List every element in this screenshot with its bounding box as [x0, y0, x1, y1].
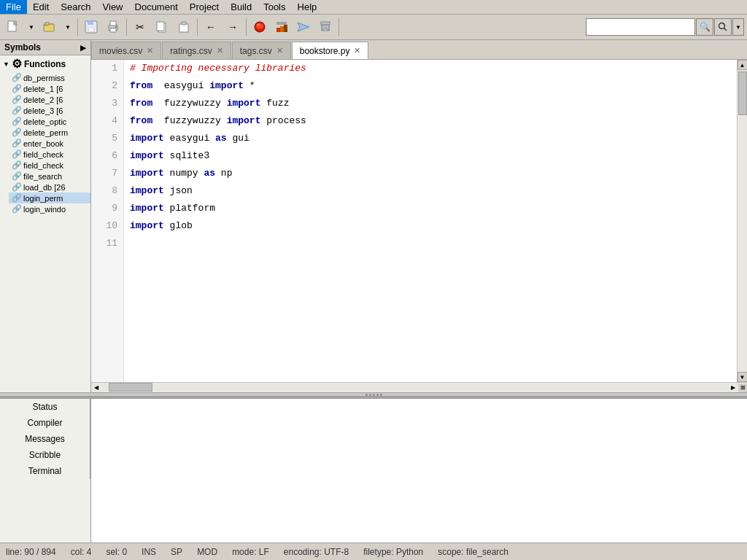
search-dropdown[interactable]: ▼ — [732, 18, 744, 36]
search-execute-button[interactable] — [714, 18, 732, 36]
status-mod: MOD — [197, 547, 217, 557]
menu-help[interactable]: Help — [292, 0, 323, 14]
bottom-sidebar: Status Compiler Messages Scribble Termin… — [0, 399, 91, 542]
clear-search-button[interactable]: 🔍 — [696, 18, 713, 36]
line-num-9: 9 — [91, 200, 123, 217]
drag-dots — [365, 394, 382, 396]
line-num-7: 7 — [91, 165, 123, 182]
close-tab-tags[interactable]: ✕ — [276, 46, 283, 55]
tab-ratings-csv[interactable]: ratings.csv ✕ — [162, 42, 231, 59]
line-num-5: 5 — [91, 130, 123, 147]
svg-line-27 — [724, 28, 727, 31]
run-button[interactable] — [249, 17, 270, 37]
menu-build[interactable]: Build — [225, 0, 258, 14]
vertical-scrollbar[interactable]: ▲ ▼ — [737, 60, 747, 382]
close-tab-bookstore[interactable]: ✕ — [354, 46, 360, 55]
menu-file[interactable]: File — [0, 0, 27, 14]
bottom-tab-scribble[interactable]: Scribble — [0, 447, 90, 463]
code-line-6: import sqlite3 — [130, 147, 737, 165]
save-button[interactable] — [81, 17, 101, 37]
editor-area: movies.csv ✕ ratings.csv ✕ tags.csv ✕ bo… — [91, 40, 747, 392]
tree-item-load_db[interactable]: 🔗 load_db [26 — [9, 182, 90, 192]
new-button[interactable] — [3, 17, 23, 37]
line-numbers: 1 2 3 4 5 6 7 8 9 10 11 — [91, 60, 124, 382]
back-button[interactable]: ← — [201, 17, 221, 37]
bookmark-button[interactable] — [315, 17, 336, 37]
code-content[interactable]: # Importing necessary libraries from eas… — [124, 60, 737, 382]
menu-project[interactable]: Project — [184, 0, 225, 14]
hscroll-track[interactable] — [101, 383, 728, 393]
code-line-4: from fuzzywuzzy import process — [130, 112, 737, 130]
forward-button[interactable]: → — [222, 17, 243, 37]
sidebar-header: Symbols ▶ — [0, 40, 90, 55]
tab-movies-csv[interactable]: movies.csv ✕ — [91, 42, 161, 59]
scroll-up-button[interactable]: ▲ — [738, 60, 748, 70]
tree-item-delete_2[interactable]: 🔗 delete_2 [6 — [9, 94, 90, 105]
code-line-3: from fuzzywuzzy import fuzz — [130, 95, 737, 112]
status-mode: mode: LF — [232, 547, 269, 557]
tree-item-delete_3[interactable]: 🔗 delete_3 [6 — [9, 105, 90, 116]
menu-edit[interactable]: Edit — [27, 0, 55, 14]
tab-tags-csv[interactable]: tags.csv ✕ — [232, 42, 291, 59]
paste-button[interactable] — [174, 17, 194, 37]
sidebar-tree: ▼ ⚙ Functions 🔗 db_permiss 🔗 delete_1 [6… — [0, 55, 90, 392]
menu-search[interactable]: Search — [55, 0, 96, 14]
tree-item-field_check1[interactable]: 🔗 field_check — [9, 149, 90, 160]
bottom-tab-compiler[interactable]: Compiler — [0, 415, 90, 431]
line-num-1: 1 — [91, 60, 123, 77]
tree-root-functions[interactable]: ▼ ⚙ Functions — [0, 55, 90, 72]
menu-tools[interactable]: Tools — [258, 0, 291, 14]
cut-button[interactable]: ✂ — [130, 17, 150, 37]
resize-handle[interactable]: ⊠ — [738, 384, 747, 392]
bottom-tab-terminal[interactable]: Terminal — [0, 463, 90, 479]
new-dropdown[interactable]: ▼ — [25, 17, 38, 37]
menu-document[interactable]: Document — [129, 0, 184, 14]
status-encoding: encoding: UTF-8 — [284, 547, 349, 557]
svg-point-17 — [257, 23, 260, 26]
bottom-tab-messages[interactable]: Messages — [0, 431, 90, 447]
copy-button[interactable] — [152, 17, 172, 37]
tab-bookstore-py[interactable]: bookstore.py ✕ — [292, 42, 369, 59]
line-num-2: 2 — [91, 77, 123, 95]
scroll-down-button[interactable]: ▼ — [738, 372, 748, 382]
bottom-tab-status[interactable]: Status — [0, 399, 90, 415]
separator-2 — [126, 18, 127, 36]
hscroll-thumb[interactable] — [109, 383, 152, 392]
code-editor[interactable]: 1 2 3 4 5 6 7 8 9 10 11 # Importing nece… — [91, 60, 747, 382]
tree-item-login_perm[interactable]: 🔗 login_perm — [9, 192, 90, 203]
scroll-thumb[interactable] — [738, 71, 747, 115]
tree-item-login_windo[interactable]: 🔗 login_windo — [9, 203, 90, 214]
open-dropdown[interactable]: ▼ — [61, 17, 74, 37]
code-line-1: # Importing necessary libraries — [130, 60, 737, 77]
separator-5 — [338, 18, 339, 36]
sidebar: Symbols ▶ ▼ ⚙ Functions 🔗 db_permiss 🔗 d… — [0, 40, 91, 392]
code-line-2: from easygui import * — [130, 77, 737, 95]
status-ins: INS — [142, 547, 156, 557]
tree-item-delete_optic[interactable]: 🔗 delete_optic — [9, 116, 90, 127]
print-button[interactable] — [103, 17, 123, 37]
open-button[interactable] — [39, 17, 60, 37]
tree-item-delete_perm[interactable]: 🔗 delete_perm — [9, 127, 90, 138]
tree-item-db_permiss[interactable]: 🔗 db_permiss — [9, 72, 90, 83]
code-line-10: import glob — [130, 217, 737, 235]
close-tab-ratings[interactable]: ✕ — [217, 46, 223, 55]
sidebar-arrow[interactable]: ▶ — [80, 44, 86, 52]
close-tab-movies[interactable]: ✕ — [147, 46, 153, 55]
code-line-9: import platform — [130, 200, 737, 217]
line-num-11: 11 — [91, 235, 123, 252]
tree-item-file_search[interactable]: 🔗 file_search — [9, 171, 90, 182]
tree-item-delete_1[interactable]: 🔗 delete_1 [6 — [9, 83, 90, 94]
tree-item-enter_book[interactable]: 🔗 enter_book — [9, 138, 90, 149]
horizontal-scrollbar: ◀ ▶ ⊠ — [91, 382, 747, 392]
hscroll-right-button[interactable]: ▶ — [728, 383, 738, 393]
search-input[interactable] — [586, 18, 695, 36]
tree-item-field_check2[interactable]: 🔗 field_check — [9, 160, 90, 171]
toolbar-search: 🔍 ▼ — [586, 18, 744, 36]
send-button[interactable] — [293, 17, 314, 37]
svg-marker-22 — [298, 23, 309, 31]
tree-children: 🔗 db_permiss 🔗 delete_1 [6 🔗 delete_2 [6… — [0, 72, 90, 214]
line-num-8: 8 — [91, 182, 123, 200]
menu-view[interactable]: View — [97, 0, 129, 14]
hscroll-left-button[interactable]: ◀ — [91, 383, 101, 393]
build-button[interactable] — [271, 17, 292, 37]
